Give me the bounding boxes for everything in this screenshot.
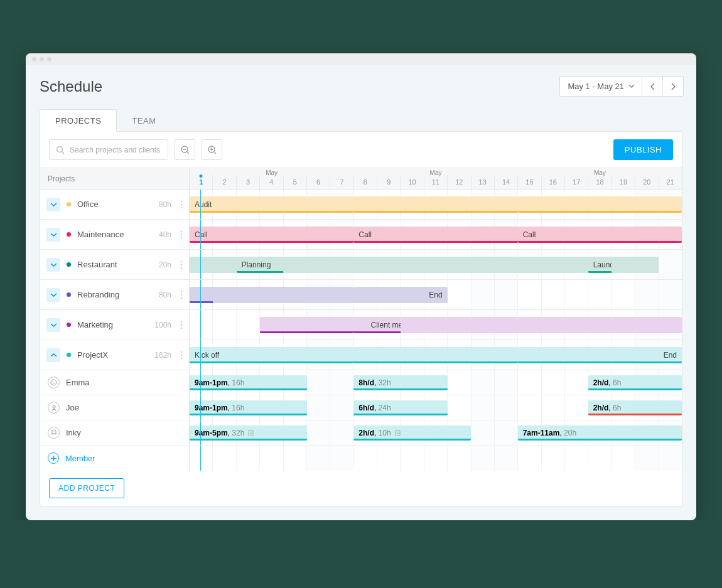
expand-project-button[interactable] [46,258,60,272]
day-header-21[interactable]: 21 [659,175,682,189]
zoom-out-button[interactable] [175,139,195,160]
project-bar[interactable] [401,317,518,333]
day-header-8[interactable]: 8 [353,175,377,189]
project-bar[interactable] [237,227,354,243]
project-bar[interactable] [659,317,680,333]
project-bar[interactable] [213,287,353,303]
project-menu-icon[interactable] [180,321,183,329]
project-name: Restaurant [77,260,117,269]
date-range-picker[interactable]: May 1 - May 21 [559,76,642,97]
project-menu-icon[interactable] [180,230,183,239]
expand-project-button[interactable] [46,288,60,302]
add-member-button[interactable]: Member [40,446,190,471]
day-header-6[interactable]: 6 [306,175,330,189]
day-header-19[interactable]: 19 [612,175,635,189]
assignment-bar[interactable]: 2h/d, 10h [353,425,471,441]
svg-point-13 [181,233,183,235]
project-bar[interactable] [283,196,353,213]
day-header-10[interactable]: 10 [400,175,423,189]
publish-button[interactable]: PUBLISH [613,139,673,160]
tab-projects[interactable]: PROJECTS [40,109,117,132]
expand-project-button[interactable] [46,318,60,332]
expand-project-button[interactable] [46,228,60,242]
svg-point-22 [181,324,183,326]
zoom-in-button[interactable] [202,139,222,160]
tab-team[interactable]: TEAM [117,109,171,132]
project-menu-icon[interactable] [180,260,183,269]
project-bar[interactable] [260,317,353,333]
project-bar[interactable] [518,317,682,333]
project-hours: 40h [159,230,171,239]
day-header-16[interactable]: 16 [541,175,564,189]
assignment-bar[interactable]: 6h/d, 24h [353,400,447,415]
assignment-bar[interactable]: 9am-1pm, 16h [190,400,307,415]
note-icon [395,430,401,436]
svg-point-29 [54,382,55,382]
add-member-label: Member [65,454,95,463]
project-color-dot [67,262,71,267]
next-range-button[interactable] [663,76,684,97]
assignment-bar[interactable]: 7am-11am, 20h [518,425,682,441]
page-title: Schedule [40,78,102,95]
day-header-9[interactable]: 9 [377,175,400,189]
search-input[interactable] [70,146,161,154]
svg-point-0 [57,146,63,152]
day-header-14[interactable]: 14 [494,175,517,189]
svg-point-12 [181,230,183,232]
project-color-dot [67,353,71,357]
project-bar[interactable] [353,257,517,273]
project-bar[interactable]: End [612,347,682,363]
svg-point-21 [181,321,183,323]
add-project-button[interactable]: ADD PROJECT [49,478,124,498]
project-bar[interactable] [237,347,354,363]
project-bar[interactable] [353,196,517,213]
assignment-bar[interactable]: 2h/d, 6h [588,400,682,415]
project-hours: 162h [154,351,171,360]
svg-point-26 [181,357,183,359]
project-color-dot [67,232,71,237]
project-bar[interactable] [353,347,517,363]
day-header-4[interactable]: 4 [259,175,283,189]
prev-range-button[interactable] [642,76,663,97]
assignment-bar[interactable]: 8h/d, 32h [353,375,447,390]
day-header-2[interactable]: 2 [212,175,235,189]
day-header-1[interactable]: 1 [190,175,212,189]
day-header-13[interactable]: 13 [471,175,494,189]
project-bar[interactable] [659,227,680,243]
project-bar[interactable]: Call [518,227,682,243]
svg-point-24 [181,351,183,353]
day-header-15[interactable]: 15 [517,175,541,189]
member-avatar-icon [48,377,60,388]
project-menu-icon[interactable] [180,351,183,360]
project-bar[interactable] [612,257,659,273]
assignment-bar[interactable]: 2h/d, 6h [588,375,682,390]
svg-point-28 [52,382,53,382]
project-bar[interactable] [190,257,237,273]
project-bar[interactable] [659,196,680,213]
project-menu-icon[interactable] [180,200,183,209]
day-header-12[interactable]: 12 [447,175,470,189]
svg-point-19 [181,294,183,296]
add-member-row: Member [40,446,682,471]
project-bar[interactable] [518,196,682,213]
day-header-20[interactable]: 20 [635,175,658,189]
project-menu-icon[interactable] [180,291,183,299]
day-header-5[interactable]: 5 [283,175,306,189]
assignment-bar[interactable]: 9am-1pm, 16h [190,375,307,390]
expand-project-button[interactable] [46,348,60,362]
day-header-17[interactable]: 17 [564,175,588,189]
project-bar[interactable] [283,257,353,273]
day-header-3[interactable]: 3 [236,175,259,189]
expand-project-button[interactable] [46,198,60,211]
assignment-bar[interactable]: 9am-5pm, 32h [190,425,307,441]
day-header-7[interactable]: 7 [330,175,353,189]
day-header-18[interactable]: 18 [588,175,611,189]
project-bar[interactable]: End [353,287,447,303]
search-input-wrapper[interactable] [49,139,168,160]
project-row-office: Office80hAudit [40,190,682,220]
project-name: Rebranding [77,290,119,299]
member-avatar-icon [48,402,60,414]
project-bar[interactable]: Call [353,227,517,243]
day-header-11[interactable]: 11 [424,175,447,189]
svg-line-1 [62,151,65,154]
